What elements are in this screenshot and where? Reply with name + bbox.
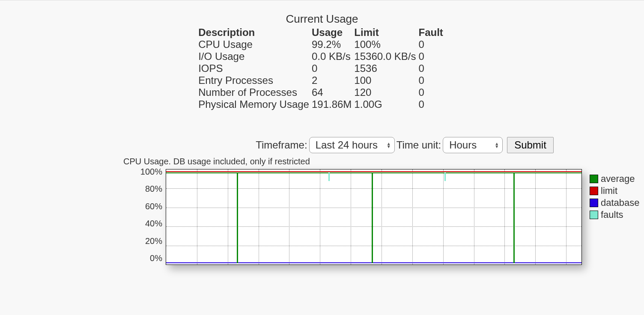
cell-desc: Entry Processes: [198, 74, 312, 86]
y-tick: 0%: [122, 254, 162, 262]
chart-title: CPU Usage. DB usage included, only if re…: [123, 157, 644, 166]
table-row: CPU Usage 99.2% 100% 0: [198, 39, 446, 51]
col-description: Description: [198, 27, 312, 39]
col-usage: Usage: [312, 27, 354, 39]
timeframe-value: Last 24 hours: [316, 139, 378, 151]
chevron-up-down-icon: ▲▼: [495, 142, 499, 148]
legend-swatch: [590, 199, 598, 207]
cell-desc: Physical Memory Usage: [198, 98, 312, 110]
timeunit-select[interactable]: Hours ▲▼: [443, 137, 503, 153]
cell-fault: 0: [418, 62, 445, 74]
table-row: Physical Memory Usage 191.86M 1.00G 0: [198, 98, 446, 110]
usage-table: Description Usage Limit Fault CPU Usage …: [198, 27, 446, 110]
cell-limit: 15360.0 KB/s: [354, 51, 418, 62]
legend-item-faults: faults: [590, 209, 640, 220]
table-row: IOPS 0 1536 0: [198, 62, 446, 74]
legend-swatch: [590, 187, 598, 195]
cell-limit: 100%: [354, 39, 418, 51]
timeunit-value: Hours: [449, 139, 477, 151]
cell-usage: 64: [312, 86, 354, 98]
cell-desc: Number of Processes: [198, 86, 312, 98]
cell-limit: 120: [354, 86, 418, 98]
cell-limit: 1.00G: [354, 98, 418, 110]
cell-fault: 0: [418, 51, 445, 62]
usage-title: Current Usage: [172, 12, 472, 26]
table-row: Number of Processes 64 120 0: [198, 86, 446, 98]
col-fault: Fault: [418, 27, 445, 39]
cell-desc: IOPS: [198, 62, 312, 74]
y-tick: 20%: [122, 237, 162, 245]
legend-label: limit: [601, 185, 617, 196]
legend-label: faults: [601, 209, 623, 220]
cell-fault: 0: [418, 98, 445, 110]
timeframe-label: Timeframe:: [256, 139, 307, 151]
cell-usage: 191.86M: [312, 98, 354, 110]
current-usage-block: Current Usage Description Usage Limit Fa…: [172, 12, 472, 110]
legend-swatch: [590, 211, 598, 219]
cell-fault: 0: [418, 86, 445, 98]
y-tick: 100%: [122, 167, 162, 176]
cell-fault: 0: [418, 74, 445, 86]
cell-desc: I/O Usage: [198, 51, 312, 62]
cell-usage: 0: [312, 62, 354, 74]
y-tick: 60%: [122, 202, 162, 211]
y-tick: 80%: [122, 184, 162, 193]
cell-limit: 1536: [354, 62, 418, 74]
cell-usage: 99.2%: [312, 39, 354, 51]
col-limit: Limit: [354, 27, 418, 39]
cell-usage: 0.0 KB/s: [312, 51, 354, 62]
legend-swatch: [590, 175, 598, 183]
y-tick: 40%: [122, 219, 162, 228]
table-row: Entry Processes 2 100 0: [198, 74, 446, 86]
cell-desc: CPU Usage: [198, 39, 312, 51]
table-row: I/O Usage 0.0 KB/s 15360.0 KB/s 0: [198, 51, 446, 62]
cell-usage: 2: [312, 74, 354, 86]
legend-label: average: [601, 173, 635, 184]
chart-controls: Timeframe: Last 24 hours ▲▼ Time unit: H…: [148, 137, 644, 153]
legend-item-limit: limit: [590, 185, 640, 196]
cell-fault: 0: [418, 39, 445, 51]
legend-item-average: average: [590, 173, 640, 184]
y-axis: 100% 80% 60% 40% 20% 0%: [122, 167, 162, 262]
cpu-usage-chart: [166, 169, 582, 265]
legend-label: database: [601, 197, 640, 208]
timeframe-select[interactable]: Last 24 hours ▲▼: [309, 137, 395, 153]
cell-limit: 100: [354, 74, 418, 86]
chevron-up-down-icon: ▲▼: [387, 142, 391, 148]
timeunit-label: Time unit:: [397, 139, 441, 151]
submit-button[interactable]: Submit: [507, 137, 554, 153]
legend-item-database: database: [590, 197, 640, 208]
chart-legend: average limit database faults: [590, 173, 640, 221]
